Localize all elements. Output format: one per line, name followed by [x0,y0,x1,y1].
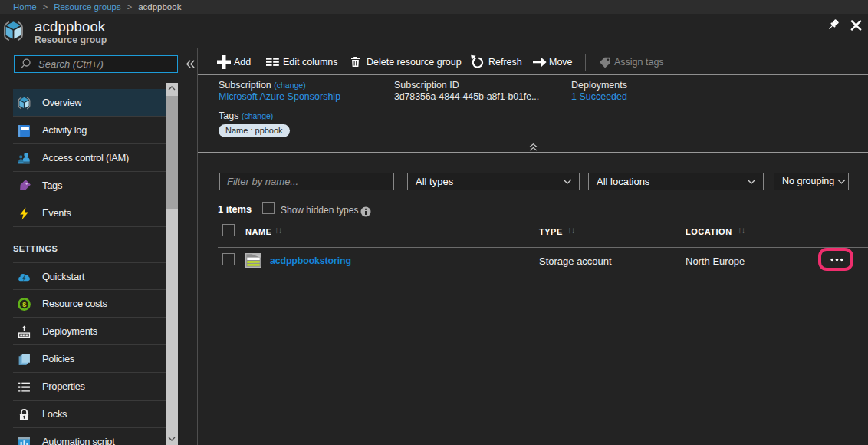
svg-text:$: $ [22,301,26,308]
